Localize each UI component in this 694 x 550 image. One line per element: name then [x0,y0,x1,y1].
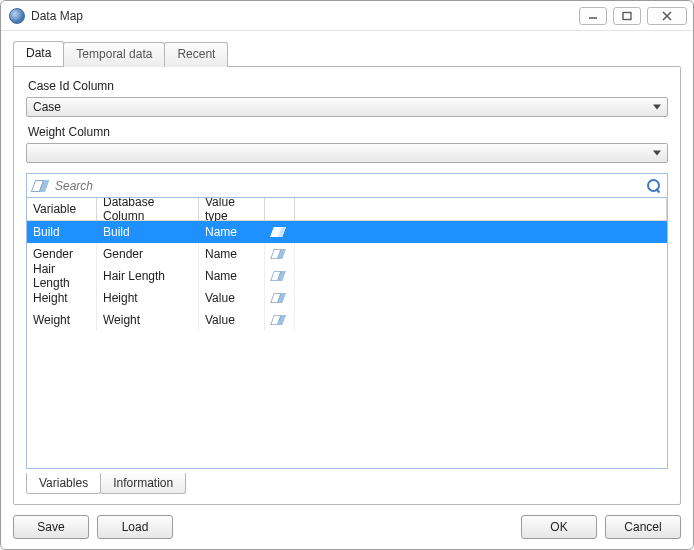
btn-label: OK [550,520,567,534]
cell-spacer [295,287,667,309]
cell-value-type: Value [199,287,265,309]
cell-db-column: Hair Length [97,265,199,287]
col-action [265,198,295,220]
close-icon [661,11,673,21]
search-bar [26,173,668,197]
clear-row-icon[interactable] [270,249,286,259]
tab-panel-data: Case Id Column Case Weight Column Variab… [13,66,681,505]
cell-variable: Height [27,287,97,309]
search-icon[interactable] [647,179,661,193]
col-label: Database Column [103,197,192,223]
cell-variable: Hair Length [27,265,97,287]
title-bar: Data Map [1,1,693,31]
window-title: Data Map [31,9,579,23]
tab-label: Data [26,46,51,60]
cell-spacer [295,265,667,287]
weight-combo[interactable] [26,143,668,163]
variables-grid: Variable Database Column Value type Buil… [26,197,668,469]
clear-row-icon[interactable] [270,293,286,303]
bottom-tabs: Variables Information [26,473,668,494]
minimize-icon [587,11,599,21]
close-button[interactable] [647,7,687,25]
dialog-button-bar: Save Load OK Cancel [13,505,681,539]
tab-data[interactable]: Data [13,41,64,66]
tab-label: Recent [177,47,215,61]
load-button[interactable]: Load [97,515,173,539]
cell-db-column: Height [97,287,199,309]
svg-rect-1 [623,12,631,19]
cell-db-column: Weight [97,309,199,331]
ok-button[interactable]: OK [521,515,597,539]
table-row[interactable]: Hair LengthHair LengthName [27,265,667,287]
clear-row-icon[interactable] [270,227,286,237]
col-label: Variable [33,202,76,216]
weight-label: Weight Column [28,125,668,139]
app-icon [9,8,25,24]
clear-row-icon[interactable] [270,315,286,325]
tab-label: Temporal data [76,47,152,61]
btn-label: Cancel [624,520,661,534]
maximize-icon [621,11,633,21]
tab-information[interactable]: Information [100,473,186,494]
cell-variable: Build [27,221,97,243]
grid-header: Variable Database Column Value type [27,198,667,221]
btn-label: Load [122,520,149,534]
cell-action [265,265,295,287]
case-id-label: Case Id Column [28,79,668,93]
clear-row-icon[interactable] [270,271,286,281]
search-input[interactable] [53,178,641,194]
cell-db-column: Gender [97,243,199,265]
tab-label: Variables [39,476,88,490]
minimize-button[interactable] [579,7,607,25]
col-value-type[interactable]: Value type [199,198,265,220]
table-row[interactable]: HeightHeightValue [27,287,667,309]
cell-variable: Weight [27,309,97,331]
table-row[interactable]: GenderGenderName [27,243,667,265]
main-tabs: Data Temporal data Recent [13,41,681,66]
col-spacer [295,198,667,220]
maximize-button[interactable] [613,7,641,25]
save-button[interactable]: Save [13,515,89,539]
tab-recent[interactable]: Recent [164,42,228,67]
data-map-window: Data Map Data Temporal data Recent Case … [0,0,694,550]
cell-value-type: Name [199,265,265,287]
col-label: Value type [205,197,258,223]
case-id-value: Case [33,100,61,114]
cell-value-type: Name [199,221,265,243]
tab-temporal-data[interactable]: Temporal data [63,42,165,67]
grid-body: BuildBuildNameGenderGenderNameHair Lengt… [27,221,667,468]
col-db-column[interactable]: Database Column [97,198,199,220]
col-variable[interactable]: Variable [27,198,97,220]
cell-action [265,287,295,309]
case-id-combo[interactable]: Case [26,97,668,117]
cell-spacer [295,221,667,243]
tab-variables[interactable]: Variables [26,473,101,494]
cell-action [265,309,295,331]
clear-search-icon[interactable] [31,180,49,192]
cell-value-type: Name [199,243,265,265]
tab-label: Information [113,476,173,490]
btn-label: Save [37,520,64,534]
cell-spacer [295,309,667,331]
cell-spacer [295,243,667,265]
table-row[interactable]: WeightWeightValue [27,309,667,331]
cell-db-column: Build [97,221,199,243]
table-row[interactable]: BuildBuildName [27,221,667,243]
cell-action [265,221,295,243]
cell-action [265,243,295,265]
cancel-button[interactable]: Cancel [605,515,681,539]
cell-value-type: Value [199,309,265,331]
